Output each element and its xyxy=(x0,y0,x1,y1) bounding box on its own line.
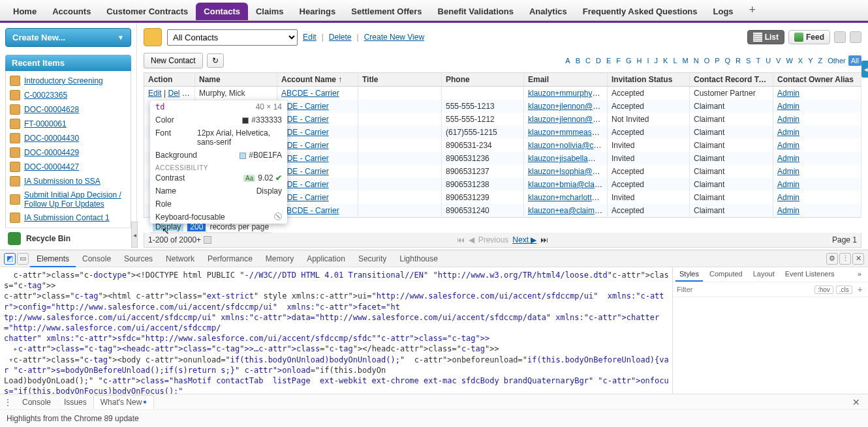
alpha-l[interactable]: L xyxy=(670,55,679,66)
cell-link[interactable]: klauzon+jlennon@clai… xyxy=(528,102,608,111)
recent-item[interactable]: DOC-00004429 xyxy=(10,145,127,160)
cell-link[interactable]: Admin xyxy=(777,193,799,202)
row-del-link[interactable]: Del xyxy=(168,89,179,98)
help-icon[interactable] xyxy=(850,31,861,43)
cell-link[interactable]: ABCDE - Carrier xyxy=(281,206,339,215)
rpp-value[interactable]: 200 xyxy=(187,222,206,231)
delete-view-link[interactable]: Delete xyxy=(329,33,352,42)
devtools-tab-sources[interactable]: Sources xyxy=(117,252,159,266)
cell-link[interactable]: Admin xyxy=(777,141,799,150)
alpha-c[interactable]: C xyxy=(583,55,593,66)
alpha-h[interactable]: H xyxy=(634,55,645,66)
cell-link[interactable]: Admin xyxy=(777,154,799,163)
alpha-y[interactable]: Y xyxy=(805,55,815,66)
row-edit-link[interactable]: Edit xyxy=(148,89,162,98)
tab-settlement-offers[interactable]: Settlement Offers xyxy=(343,3,429,20)
drawer-tab-console[interactable]: Console xyxy=(16,396,57,409)
recent-item[interactable]: Submit Initial App Decision / Follow Up … xyxy=(10,188,127,211)
tab-accounts[interactable]: Accounts xyxy=(44,3,99,20)
cell-link[interactable]: klauzon+jlennon@clai… xyxy=(528,115,608,124)
cell-link[interactable]: CDE - Carrier xyxy=(281,193,329,202)
cell-link[interactable]: klauzon+nolivia@clai… xyxy=(528,141,608,150)
cell-link[interactable]: klauzon+bmia@claimi… xyxy=(528,180,608,189)
alpha-f[interactable]: F xyxy=(613,55,623,66)
side-flyout-button[interactable]: ◂ xyxy=(861,61,868,78)
col-invitation-status[interactable]: Invitation Status xyxy=(608,73,690,87)
cell-link[interactable]: klauzon+mcharlotte@… xyxy=(528,193,608,202)
cell-link[interactable]: Admin xyxy=(777,206,799,215)
devtools-close-icon[interactable]: ✕ xyxy=(852,253,864,265)
styles-tab-layout[interactable]: Layout xyxy=(749,267,779,282)
tab-claims[interactable]: Claims xyxy=(248,3,292,20)
cell-link[interactable]: CDE - Carrier xyxy=(281,115,329,124)
col-action[interactable]: Action xyxy=(144,73,195,87)
refresh-button[interactable]: ↻ xyxy=(207,53,224,68)
alpha-a[interactable]: A xyxy=(563,55,572,66)
col-title[interactable]: Title xyxy=(358,73,442,87)
cell-link[interactable]: CDE - Carrier xyxy=(281,102,329,111)
devtools-tab-memory[interactable]: Memory xyxy=(259,252,300,266)
cell-link[interactable]: CDE - Carrier xyxy=(281,180,329,189)
tab-logs[interactable]: Logs xyxy=(705,3,741,20)
drawer-tab-issues[interactable]: Issues xyxy=(57,396,93,409)
cell-link[interactable]: klauzon+lsophia@cla… xyxy=(528,167,608,176)
cell-link[interactable]: klauzon+mmurphy@c… xyxy=(528,89,608,98)
cell-link[interactable]: Admin xyxy=(777,167,799,176)
alpha-p[interactable]: P xyxy=(712,55,722,66)
devtools-elements-tree[interactable]: c-attr">class="c-doctype"><!DOCTYPE html… xyxy=(0,267,672,394)
recent-item[interactable]: DOC-00004430 xyxy=(10,131,127,145)
alpha-b[interactable]: B xyxy=(573,55,583,66)
alpha-x[interactable]: X xyxy=(796,55,805,66)
view-select[interactable]: All Contacts xyxy=(167,29,298,46)
recycle-bin-button[interactable]: Recycle Bin xyxy=(5,228,131,245)
alpha-w[interactable]: W xyxy=(783,55,795,66)
devtools-tab-lighthouse[interactable]: Lighthouse xyxy=(393,252,444,266)
tab-customer-contracts[interactable]: Customer Contracts xyxy=(99,3,196,20)
cell-link[interactable]: Admin xyxy=(777,128,799,137)
devtools-tab-console[interactable]: Console xyxy=(76,252,117,266)
devtools-tab-security[interactable]: Security xyxy=(352,252,393,266)
alpha-r[interactable]: R xyxy=(733,55,743,66)
tab-hearings[interactable]: Hearings xyxy=(292,3,344,20)
styles-tab-styles[interactable]: Styles xyxy=(675,267,703,282)
nav-last-icon[interactable]: ⏭ xyxy=(540,235,548,244)
alpha-s[interactable]: S xyxy=(743,55,753,66)
alpha-u[interactable]: U xyxy=(763,55,773,66)
styles-tab-event-listeners[interactable]: Event Listeners xyxy=(781,267,839,282)
edit-view-link[interactable]: Edit xyxy=(303,33,317,42)
alpha-k[interactable]: K xyxy=(660,55,670,66)
inspect-element-icon[interactable]: ◩ xyxy=(4,253,16,265)
cell-link[interactable]: CDE - Carrier xyxy=(281,141,329,150)
alpha-v[interactable]: V xyxy=(773,55,783,66)
alpha-q[interactable]: Q xyxy=(722,55,734,66)
recent-item[interactable]: IA Submission to SSA xyxy=(10,174,127,188)
col-name[interactable]: Name xyxy=(195,73,277,87)
alpha-z[interactable]: Z xyxy=(816,55,826,66)
list-mode-button[interactable]: List xyxy=(747,30,784,44)
add-tab-icon[interactable]: + xyxy=(744,3,762,17)
cell-link[interactable]: CDE - Carrier xyxy=(281,154,329,163)
col-phone[interactable]: Phone xyxy=(442,73,524,87)
devtools-more-icon[interactable]: ⋮ xyxy=(839,253,851,265)
alpha-m[interactable]: M xyxy=(680,55,691,66)
col-account-name[interactable]: Account Name ↑ xyxy=(277,73,358,87)
recent-item[interactable]: DOC-00004628 xyxy=(10,102,127,117)
tab-frequently-asked-questions[interactable]: Frequently Asked Questions xyxy=(575,3,705,20)
cell-link[interactable]: Admin xyxy=(777,102,799,111)
device-toggle-icon[interactable]: ▭ xyxy=(17,253,29,265)
cell-link[interactable]: Admin xyxy=(777,180,799,189)
print-icon[interactable] xyxy=(834,31,846,43)
col-contact-owner-alias[interactable]: Contact Owner Alias xyxy=(773,73,861,87)
tab-home[interactable]: Home xyxy=(5,3,44,20)
tab-analytics[interactable]: Analytics xyxy=(521,3,575,20)
hov-toggle[interactable]: :hov xyxy=(814,286,833,294)
styles-tabs-overflow-icon[interactable]: » xyxy=(854,267,865,282)
devtools-tab-network[interactable]: Network xyxy=(159,252,201,266)
cell-link[interactable]: Admin xyxy=(777,89,799,98)
new-contact-button[interactable]: New Contact xyxy=(144,53,203,68)
recent-item[interactable]: DOC-00004427 xyxy=(10,160,127,174)
alpha-other[interactable]: Other xyxy=(825,55,848,66)
feed-mode-button[interactable]: Feed xyxy=(788,30,830,44)
create-new-button[interactable]: Create New... ▼ xyxy=(5,28,131,47)
alpha-all[interactable]: All xyxy=(848,55,861,66)
